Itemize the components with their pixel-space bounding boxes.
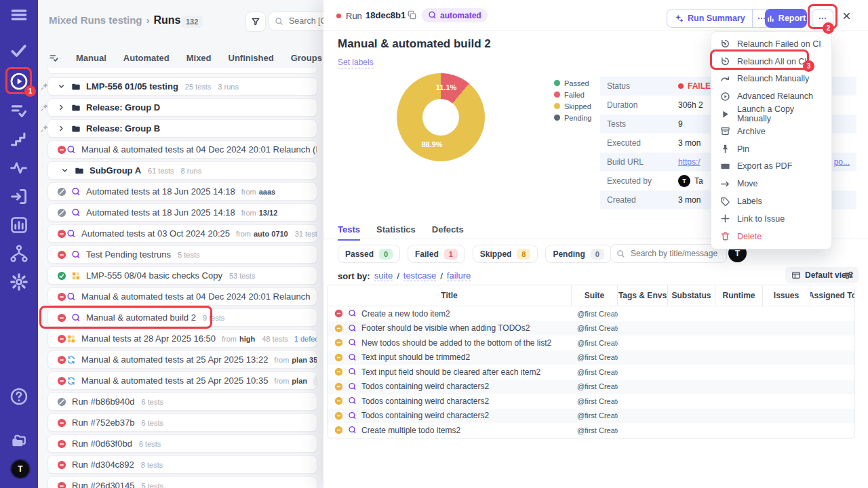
column-header[interactable]: Runtime (715, 285, 763, 306)
runs-tab-unfinished[interactable]: Unfinished (229, 53, 274, 63)
run-row[interactable]: Run #d304c8928 tests (47, 455, 317, 474)
menu-item-relaunch-manually[interactable]: Relaunch Manually (711, 70, 831, 88)
sidebar-settings-icon[interactable] (9, 272, 28, 291)
view-settings-icon[interactable] (844, 270, 854, 281)
group-row[interactable]: Release: Group D (47, 98, 317, 117)
run-row[interactable]: Manual & automated tests at 04 Dec 2024 … (47, 287, 317, 306)
chevron-down-icon[interactable] (57, 82, 66, 91)
column-header[interactable]: Assigned To (810, 285, 854, 306)
table-row[interactable]: Todos containing weird characters2@first… (328, 380, 854, 394)
tests-search[interactable] (610, 244, 727, 263)
menu-item-archive[interactable]: Archive (711, 123, 831, 140)
sidebar-runs-icon[interactable] (9, 72, 28, 91)
sidebar-help-icon[interactable] (9, 387, 28, 406)
run-row[interactable]: Automated tests at 18 Jun 2025 14:18from… (47, 182, 317, 201)
sidebar-projects-icon[interactable] (9, 432, 28, 451)
run-row[interactable]: Manual & automated tests at 25 Apr 2025 … (47, 350, 317, 369)
menu-item-delete[interactable]: Delete (711, 228, 831, 245)
table-row[interactable]: New todos should be added to the bottom … (328, 336, 854, 350)
sort-link-failure[interactable]: failure (447, 270, 471, 281)
table-row[interactable]: Create multiple todo items2@first Create… (328, 423, 854, 438)
menu-item-label: Move (737, 179, 758, 188)
run-row[interactable]: LMP-555 08/04 basic checks Copy53 tests (47, 266, 317, 285)
menu-item-advanced-relaunch[interactable]: Advanced Relaunch (711, 87, 831, 105)
filter-button[interactable] (245, 12, 266, 32)
menu-item-link-to-issue[interactable]: Link to Issue (711, 210, 831, 228)
group-row[interactable]: SubGroup A61 tests8 runs (47, 161, 317, 180)
run-row[interactable]: Automated tests at 18 Jun 2025 14:18from… (47, 203, 317, 222)
filter-chip-passed[interactable]: Passed0 (338, 245, 400, 263)
run-row[interactable]: Automated tests at 03 Oct 2024 20:25from… (47, 224, 317, 243)
breadcrumb-project[interactable]: Mixed Runs testing (49, 14, 142, 26)
run-row[interactable]: Manual & automated tests at 04 Dec 2024 … (47, 140, 317, 159)
table-row[interactable]: Text input should be trimmed2@first Crea… (328, 350, 854, 365)
build-url-link[interactable]: https:/ (678, 157, 701, 167)
select-runs-icon[interactable] (49, 53, 59, 63)
menu-item-labels[interactable]: Labels (711, 192, 831, 210)
runs-tab-manual[interactable]: Manual (76, 53, 106, 63)
sidebar-import-icon[interactable] (9, 187, 28, 206)
sidebar-steps-icon[interactable] (9, 129, 28, 148)
column-header[interactable]: Substatus (668, 285, 715, 306)
runs-tab-automated[interactable]: Automated (123, 53, 170, 63)
filter-chip-failed[interactable]: Failed1 (408, 245, 465, 263)
sidebar-analytics-icon[interactable] (9, 216, 28, 235)
menu-item-relaunch-failed-on-ci[interactable]: Relaunch Failed on CI (711, 35, 831, 53)
report-button[interactable]: Report (765, 9, 807, 28)
sidebar-menu-icon[interactable] (9, 5, 28, 24)
column-header[interactable]: Issues (763, 285, 810, 306)
sidebar-user-avatar[interactable]: T (10, 459, 31, 479)
table-row[interactable]: Text input field should be cleared after… (328, 365, 854, 380)
automated-icon (428, 11, 437, 20)
chevron-right-icon[interactable] (57, 124, 66, 133)
filter-chip-skipped[interactable]: Skipped8 (473, 245, 538, 263)
sort-link-testcase[interactable]: testcase (403, 270, 436, 281)
column-header[interactable]: Tags & Envs (618, 285, 668, 306)
copy-icon[interactable] (407, 10, 417, 20)
column-header[interactable]: Title (328, 285, 572, 306)
filter-chip-pending[interactable]: Pending0 (545, 245, 611, 263)
run-summary-button[interactable]: Run Summary (667, 9, 771, 28)
column-header[interactable]: Suite (572, 285, 618, 306)
menu-item-relaunch-all-on-ci[interactable]: Relaunch All on CI (711, 53, 831, 70)
set-labels-link[interactable]: Set labels (338, 58, 374, 68)
menu-item-pin[interactable]: Pin (711, 140, 831, 158)
run-row[interactable]: Run #26d301455 tests (47, 476, 317, 488)
run-row[interactable]: Manual & automated tests at 25 Apr 2025 … (47, 371, 317, 390)
from-label: from (222, 335, 237, 343)
table-row[interactable]: Footer should be visible when adding TOD… (328, 321, 854, 336)
close-icon[interactable] (842, 11, 852, 21)
table-row[interactable]: Todos containing weird characters2@first… (328, 394, 854, 409)
tests-search-input[interactable] (629, 248, 720, 259)
build-url-link-end[interactable]: po... (834, 157, 850, 167)
group-row[interactable]: LMP-556 01/05 testing25 tests3 runs (47, 77, 317, 96)
run-row[interactable]: Run #0d63f0bd6 tests (47, 434, 317, 453)
run-row[interactable]: Manual tests at 28 Apr 2025 16:50fromhig… (47, 329, 317, 348)
runs-tab-mixed[interactable]: Mixed (186, 53, 212, 63)
sidebar-results-icon[interactable] (9, 41, 28, 60)
breadcrumb-separator: › (146, 14, 150, 26)
sidebar-activity-icon[interactable] (9, 158, 28, 177)
runs-tab-groups[interactable]: Groups (291, 53, 322, 63)
sidebar-branches-icon[interactable] (9, 244, 28, 263)
from-value: 13/12 (259, 209, 278, 217)
run-row[interactable]: Manual & automated build 29 tests (47, 308, 317, 327)
defects-link[interactable]: 1 defects (294, 335, 317, 343)
chevron-down-icon[interactable] (60, 166, 69, 175)
run-row[interactable]: Test Pending testruns5 tests (47, 245, 317, 264)
table-row[interactable]: Todos containing weird characters2@first… (328, 409, 854, 424)
more-actions-button[interactable] (812, 9, 833, 28)
table-row[interactable]: Create a new todo item2@first Create ... (328, 306, 854, 321)
run-row[interactable]: Run #752eb37b6 tests (47, 413, 317, 432)
group-row[interactable]: Release: Group B (47, 119, 317, 138)
run-row[interactable]: Run #b86b940d6 tests (47, 392, 317, 411)
relaunch-all-icon (720, 56, 730, 66)
sort-link-suite[interactable]: suite (374, 270, 393, 281)
sidebar-test-cases-icon[interactable] (9, 101, 28, 120)
menu-item-launch-a-copy-manually[interactable]: Launch a Copy Manually (711, 105, 831, 123)
breadcrumb-section[interactable]: Runs (154, 14, 181, 26)
menu-item-export-as-pdf[interactable]: PDFExport as PDF (711, 158, 831, 176)
donut-label-failed: 11.1% (436, 83, 457, 92)
menu-item-move[interactable]: Move (711, 175, 831, 192)
chevron-right-icon[interactable] (57, 103, 66, 112)
